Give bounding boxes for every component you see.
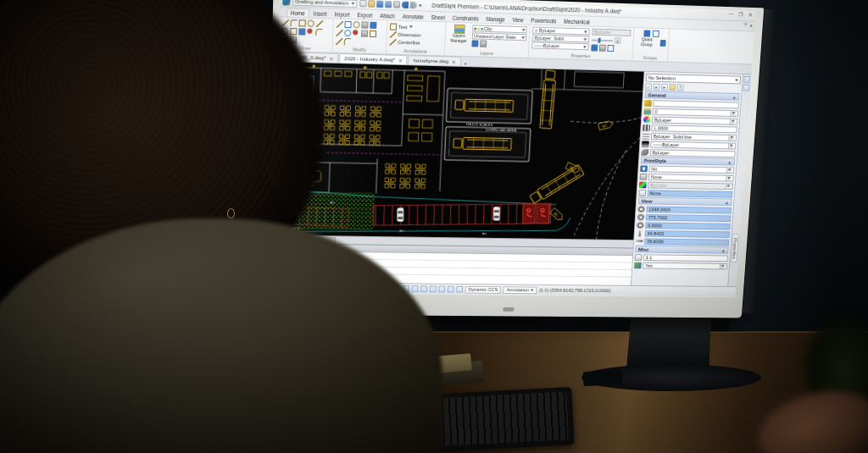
match-properties-icon[interactable] — [591, 44, 598, 51]
hide-properties-icon[interactable] — [607, 45, 614, 52]
mirror-tool-icon[interactable] — [361, 21, 368, 28]
annotation-scale-field[interactable]: 1:1 — [643, 254, 728, 262]
ribbon-tab-powertools[interactable]: Powertools — [527, 16, 559, 25]
annotation-scale-button[interactable]: Annotation — [504, 286, 537, 294]
linetype-scale-field[interactable]: 1.0000 — [651, 124, 737, 133]
ribbon-tab-manage[interactable]: Manage — [482, 15, 508, 24]
ribbon-tab-view[interactable]: View — [509, 16, 526, 25]
ribbon-pin-icon[interactable]: ▾ — [750, 23, 753, 29]
line-weight-combo[interactable]: ——ByLayer — [531, 41, 589, 50]
rotate-tool-icon[interactable] — [353, 21, 359, 28]
etrack-toggle-icon[interactable] — [438, 286, 445, 293]
annotations-group-label[interactable]: Annotations — [387, 47, 444, 54]
move-tool-icon[interactable] — [337, 21, 343, 28]
doc-tab-homebyme[interactable]: homebyme.dwg ✕ — [409, 55, 461, 66]
ribbon-tab-annotate[interactable]: Annotate — [399, 13, 427, 21]
groups-group-label[interactable]: Groups — [632, 55, 667, 61]
ribbon-tab-insert[interactable]: Insert — [310, 9, 331, 18]
printstyle-field-1[interactable]: No — [648, 165, 734, 174]
printstyle-field-4[interactable]: None — [648, 190, 733, 197]
redo-icon[interactable] — [409, 2, 416, 8]
dynamic-input-toggle-icon[interactable] — [456, 286, 463, 293]
stretch-tool-icon[interactable] — [361, 30, 368, 36]
ribbon-tab-export[interactable]: Export — [353, 11, 376, 19]
close-icon[interactable]: ✕ — [452, 58, 456, 64]
doc-tab-industry-a[interactable]: 2020 - Industry A.dwg* ✕ — [339, 53, 408, 64]
ribbon-tab-sheet[interactable]: Sheet — [428, 14, 448, 22]
slider-thumb[interactable] — [598, 37, 600, 42]
ribbon-help-icon[interactable]: ? — [744, 22, 748, 28]
explode-tool-icon[interactable] — [353, 30, 358, 35]
printstyle-table-icon — [640, 173, 648, 180]
print-icon[interactable] — [393, 1, 400, 8]
transparency-slider[interactable]: 0 — [592, 37, 631, 44]
palette-dock-icon[interactable] — [743, 76, 750, 83]
ribbon-tab-mechanical[interactable]: Mechanical — [560, 18, 593, 26]
ribbon-tab-home[interactable]: Home — [287, 8, 309, 18]
pickadd-toggle-icon[interactable] — [669, 84, 676, 91]
section-misc[interactable]: Misc ▲ — [635, 246, 729, 254]
select-matching-icon[interactable]: ▸ — [661, 83, 668, 90]
ortho-toggle-icon[interactable] — [412, 285, 419, 292]
printstyle-field-2[interactable]: None — [648, 174, 734, 182]
quick-group-button[interactable]: Quick Group — [636, 37, 658, 47]
palette-options-icon[interactable] — [743, 85, 750, 91]
arc-tool-icon[interactable] — [291, 19, 298, 26]
close-icon[interactable]: ✕ — [398, 57, 403, 63]
properties-painter-icon[interactable] — [599, 45, 606, 52]
group-create-icon[interactable] — [643, 30, 650, 37]
lineweight-field[interactable]: ——ByLayer — [650, 141, 736, 149]
minimize-button[interactable]: — — [727, 11, 735, 17]
ribbon-tab-constraints[interactable]: Constraints — [449, 14, 482, 22]
modify-group-label[interactable]: Modify — [333, 47, 387, 53]
hatch-tool-icon[interactable] — [298, 28, 305, 35]
workspace-dropdown[interactable]: Drafting and Annotation — [292, 0, 357, 8]
ribbon-tab-import[interactable]: Import — [331, 10, 353, 19]
trim-tool-icon[interactable] — [336, 30, 342, 36]
scale-tool-icon[interactable] — [370, 22, 376, 29]
new-document-button[interactable]: + — [461, 61, 470, 66]
layer-tools-icon[interactable] — [480, 41, 487, 47]
polygon-tool-icon[interactable] — [290, 28, 297, 35]
centerline-tool[interactable]: Centerline — [389, 38, 442, 47]
copy-tool-icon[interactable] — [344, 21, 351, 28]
new-file-icon[interactable] — [359, 0, 366, 7]
fillet-tool-icon[interactable] — [336, 38, 342, 45]
layers-manager-button[interactable]: Layers Manager — [448, 25, 470, 49]
save-icon[interactable] — [376, 1, 383, 8]
spline-tool-icon[interactable] — [315, 29, 322, 36]
ribbon-tab-attach[interactable]: Attach — [376, 12, 398, 20]
window-controls: — ❐ ✕ — [727, 11, 754, 18]
chamfer-tool-icon[interactable] — [344, 38, 351, 45]
polar-toggle-icon[interactable] — [420, 285, 427, 292]
drawing-canvas[interactable]: TRUCK SCALES DOWNLOAD AREA — [273, 62, 643, 240]
linestyle-field[interactable]: ByLayer Solid line — [651, 132, 737, 141]
ucs-per-viewport-field[interactable]: Yes — [643, 262, 727, 269]
dynamic-ccs-button[interactable]: Dynamic CCS — [465, 285, 502, 293]
open-folder-icon[interactable] — [368, 0, 375, 7]
quick-group-icon[interactable] — [659, 40, 665, 47]
close-icon[interactable]: ✕ — [329, 55, 333, 61]
plot-style-field[interactable]: ByLayer — [650, 149, 736, 157]
point-tool-icon[interactable] — [307, 29, 312, 34]
rectangle-tool-icon[interactable] — [299, 19, 306, 26]
esnap-toggle-icon[interactable] — [430, 285, 437, 292]
layer-preview-icon[interactable] — [471, 40, 478, 47]
lineweight-icon — [642, 141, 649, 147]
polyline-tool-icon[interactable] — [316, 20, 323, 27]
palette-help-button[interactable]: ? — [677, 84, 684, 91]
select-entities-icon[interactable]: ✓ — [645, 83, 652, 90]
slider-track[interactable] — [592, 39, 613, 41]
qat-more-icon[interactable] — [418, 4, 421, 7]
offset-tool-icon[interactable] — [344, 30, 351, 36]
undo-icon[interactable] — [402, 2, 409, 8]
lineweight-toggle-icon[interactable] — [448, 286, 454, 293]
quick-select-icon[interactable]: ▸ — [654, 83, 660, 90]
close-button[interactable]: ✕ — [747, 12, 754, 18]
circle-tool-icon[interactable] — [308, 19, 314, 26]
group-edit-icon[interactable] — [653, 30, 659, 37]
properties-side-tab[interactable]: Properties — [731, 234, 739, 262]
array-tool-icon[interactable] — [370, 30, 376, 37]
save-all-icon[interactable] — [385, 1, 392, 8]
maximize-button[interactable]: ❐ — [737, 11, 745, 17]
